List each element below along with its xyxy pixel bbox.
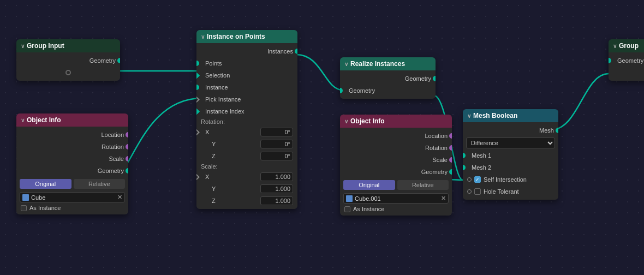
object-icon-2 [346,195,353,202]
scale-x-input[interactable] [260,172,293,181]
location-output-socket-oi2[interactable] [449,133,452,139]
scale-section-label: Scale: [196,162,297,171]
geometry-output-socket[interactable] [117,58,120,63]
ri-geometry-input-row: Geometry [340,85,436,97]
instance-socket[interactable] [196,85,199,90]
as-instance-checkbox-2[interactable] [344,206,350,212]
instance-label: Instance [205,84,293,91]
rot-x-label: X [205,129,260,135]
scale-output-socket[interactable] [126,156,128,162]
scale-z-input[interactable] [260,196,293,205]
object-icon-1 [22,194,29,201]
as-instance-label-1: As Instance [29,205,61,211]
as-instance-row-2: As Instance [340,205,452,213]
hole-tolerant-label: Hole Tolerant [484,188,519,195]
object-info-1-header: ∨ Object Info [16,113,128,127]
realize-instances-title: Realize Instances [350,60,405,68]
mesh2-input-row: Mesh 2 [463,162,558,174]
as-instance-checkbox-1[interactable] [21,205,27,211]
operation-dropdown[interactable]: Difference Union Intersect [466,138,555,148]
instance-index-row: Instance Index [196,105,297,117]
rot-x-row: X [196,126,297,138]
go-geometry-input-socket[interactable] [609,58,611,63]
object-selector-2[interactable]: Cube.001 ✕ [343,193,449,204]
scale-x-socket[interactable] [196,174,200,181]
instance-index-label: Instance Index [205,108,293,115]
object-info-1-node: ∨ Object Info Location Rotation Scale Ge… [16,113,128,214]
go-empty-row [609,67,644,79]
original-btn[interactable]: Original [20,179,71,189]
mesh-boolean-body: Mesh Difference Union Intersect Mesh 1 M… [463,122,558,200]
points-label: Points [205,60,293,67]
geometry-output-row-oi1: Geometry [16,165,128,177]
scale-output-socket-oi2[interactable] [449,157,452,163]
object-selector-1[interactable]: Cube ✕ [20,192,125,202]
self-intersection-row: ✓ Self Intersection [463,174,558,186]
hole-tolerant-dot [467,189,472,194]
relative-btn[interactable]: Relative [74,179,126,189]
geometry-output-label-oi1: Geometry [98,168,124,174]
instance-index-socket[interactable] [196,108,200,115]
relative-btn-oi2[interactable]: Relative [397,180,449,190]
close-object-btn-1[interactable]: ✕ [117,194,122,201]
chevron-icon-oi2: ∨ [344,118,348,124]
instance-input-row: Instance [196,81,297,93]
scale-x-label: X [205,174,260,180]
geometry-output-socket-oi1[interactable] [126,168,128,174]
scale-y-label: Y [212,186,260,192]
group-output-body: Geometry [609,52,644,81]
scale-y-input[interactable] [260,184,293,193]
ri-geometry-output-row: Geometry [340,73,436,85]
object-info-2-node: ∨ Object Info Location Rotation Scale Ge… [340,115,452,216]
empty-socket-row [16,67,120,79]
mesh-boolean-title: Mesh Boolean [473,112,517,119]
original-btn-oi2[interactable]: Original [343,180,395,190]
group-input-body: Geometry [16,52,120,81]
go-geometry-input-row: Geometry [609,55,644,67]
rot-y-row: Y [196,138,297,150]
close-object-btn-2[interactable]: ✕ [441,195,446,202]
self-intersection-checkbox[interactable]: ✓ [474,176,481,183]
rotation-label: Rotation: [196,117,297,126]
object-info-2-body: Location Rotation Scale Geometry Origina… [340,128,452,216]
geometry-output-row: Geometry [16,55,120,67]
location-output-socket[interactable] [126,132,128,138]
mesh-boolean-header: ∨ Mesh Boolean [463,109,558,122]
realize-instances-node: ∨ Realize Instances Geometry Geometry [340,57,436,99]
mesh2-input-socket[interactable] [463,165,466,170]
operation-dropdown-row: Difference Union Intersect [466,138,555,148]
mesh-boolean-node: ∨ Mesh Boolean Mesh Difference Union Int… [463,109,558,200]
rot-x-socket[interactable] [196,129,200,136]
group-output-title: Group [619,42,639,50]
mesh1-input-socket[interactable] [463,153,466,158]
rot-x-input[interactable] [260,128,293,136]
rot-z-input[interactable] [260,152,293,160]
ri-geometry-output-socket[interactable] [433,76,436,81]
ri-geometry-input-socket[interactable] [340,88,343,93]
scale-output-label: Scale [109,156,124,162]
object-name-1: Cube [31,194,115,201]
geometry-output-socket-oi2[interactable] [449,169,452,175]
mesh2-input-label: Mesh 2 [472,164,554,171]
rot-y-input[interactable] [260,140,293,148]
mesh-output-socket[interactable] [556,128,558,133]
scale-x-row: X [196,171,297,183]
rotation-output-socket-oi2[interactable] [449,145,452,151]
mesh-output-row: Mesh [463,124,558,136]
rotation-output-socket[interactable] [126,144,128,150]
object-info-2-title: Object Info [350,117,385,125]
pick-instance-socket[interactable] [196,96,200,103]
group-output-header: ∨ Group [609,39,644,52]
as-instance-label-2: As Instance [353,206,384,212]
points-socket[interactable] [196,61,199,66]
scale-output-row-oi2: Scale [340,154,452,166]
selection-socket[interactable] [196,72,200,79]
instance-on-points-node: ∨ Instance on Points Instances Points Se… [196,30,297,209]
scale-output-row: Scale [16,153,128,165]
selection-input-row: Selection [196,69,297,81]
object-info-1-body: Location Rotation Scale Geometry Origina… [16,127,128,214]
geometry-label: Geometry [90,57,116,64]
hole-tolerant-checkbox[interactable] [474,188,481,195]
instances-label: Instances [267,48,293,55]
instances-output-socket[interactable] [295,49,297,54]
